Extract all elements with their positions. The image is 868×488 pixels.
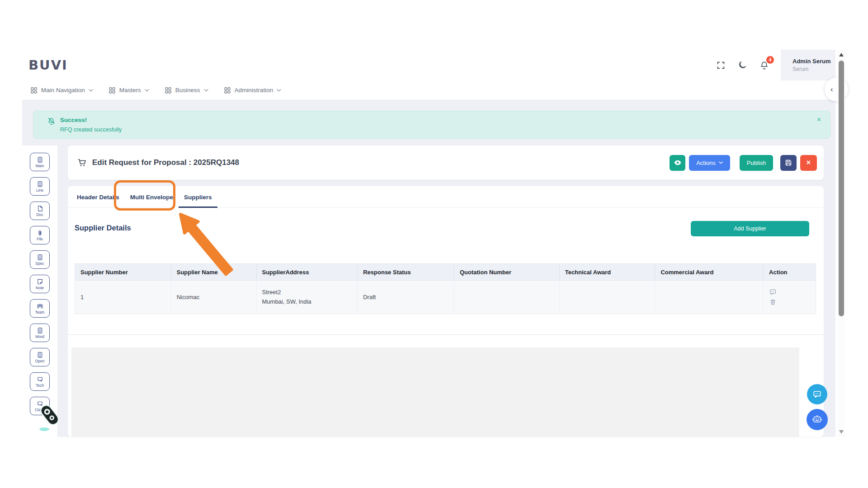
robot-icon [811,414,823,425]
sidebar-item-spec[interactable]: Spec [30,250,50,269]
app-logo: BUVI [28,57,68,73]
user-role: Serum [793,66,835,72]
close-icon: × [807,159,811,167]
document-lines-icon [37,327,43,334]
document-lines-icon [37,254,43,261]
cell-supplier-name: Nicomac [171,281,257,314]
preview-button[interactable] [670,155,685,171]
column-header-supplier-address: SupplierAddress [257,264,358,280]
tab-bar: Header Details Multi Envelope Suppliers [68,186,824,208]
sidebar-item-file[interactable]: File [30,226,50,244]
app-header: BUVI 4 Admin Serum Serum [22,50,835,80]
close-icon: × [817,116,821,123]
notifications-button[interactable]: 4 [756,57,772,73]
main-navbar: Main Navigation Masters Business Adminis… [22,80,835,100]
alert-message: RFQ created succesfully [60,127,122,133]
chevron-down-icon [145,89,149,92]
content-placeholder-panel [71,347,799,437]
scrollbar-thumb[interactable] [839,61,844,316]
add-supplier-button[interactable]: Add Supplier [691,221,809,236]
publish-button[interactable]: Publish [740,155,773,171]
close-button[interactable]: × [800,155,817,171]
nav-label: Masters [119,87,141,94]
cell-supplier-number: 1 [75,281,171,314]
cell-technical-award [560,281,656,314]
column-header-commercial-award: Commercial Award [655,264,764,280]
mini-sidebar: Main Line Doc File Spec Note Team Word O… [22,145,57,437]
page-icon [37,205,43,212]
document-lines-icon [37,352,43,358]
chat-fab-button[interactable] [807,384,827,404]
chevron-down-icon [204,89,208,92]
sidebar-item-doc[interactable]: Doc [30,202,50,220]
sidebar-item-team[interactable]: Team [30,299,50,318]
nav-label: Main Navigation [41,87,85,94]
section-divider [68,334,824,335]
table-row: 1 Nicomac Street2 Mumbai, SW, India Draf… [75,281,816,314]
column-header-response-status: Response Status [358,264,454,280]
user-menu[interactable]: Admin Serum Serum [781,50,835,80]
grid-icon [30,87,38,94]
document-lines-icon [37,181,43,188]
suppliers-table: Supplier Number Supplier Name SupplierAd… [75,263,816,314]
chat-icon [37,376,43,383]
comment-action-button[interactable] [769,288,777,296]
title-toolbar: Actions Publish × [670,155,817,171]
team-icon [37,303,43,310]
nav-item-main-navigation[interactable]: Main Navigation [30,87,93,94]
sidebar-item-word[interactable]: Word [30,324,50,342]
column-header-action: Action [764,264,816,280]
cart-icon [78,159,87,167]
section-title: Supplier Details [75,224,131,232]
grid-icon [165,87,172,94]
scrollbar-down-arrow[interactable] [839,430,844,434]
alert-close-button[interactable]: × [817,116,821,124]
note-icon [37,278,43,285]
nav-item-administration[interactable]: Administration [224,87,282,94]
nav-item-masters[interactable]: Masters [108,87,149,94]
save-button[interactable] [780,155,797,171]
user-name: Admin Serum [793,58,835,65]
fullscreen-button[interactable] [713,57,728,73]
chevron-down-icon [89,89,93,92]
actions-button[interactable]: Actions [689,155,730,171]
details-card: Header Details Multi Envelope Suppliers … [68,186,824,437]
chevron-left-icon: ‹ [830,85,833,94]
table-header-row: Supplier Number Supplier Name SupplierAd… [75,263,816,281]
paperclip-icon [37,230,43,236]
cell-action [764,281,816,314]
theme-toggle-button[interactable] [735,57,750,73]
cell-response-status: Draft [358,281,454,314]
comment-icon [769,288,777,296]
tab-header-details[interactable]: Header Details [71,186,125,208]
column-header-supplier-name: Supplier Name [171,264,257,280]
sidebar-item-line[interactable]: Line [30,177,50,196]
chat-bubble-icon [812,389,822,399]
tab-multi-envelope[interactable]: Multi Envelope [125,186,179,208]
sidebar-item-tech[interactable]: Tech [30,372,50,391]
sidebar-item-note[interactable]: Note [30,275,50,293]
cell-quotation-number [454,281,560,314]
grid-icon [108,87,116,94]
nav-item-business[interactable]: Business [165,87,208,94]
page-scrollbar[interactable] [838,50,845,437]
eye-icon [674,159,682,167]
column-header-supplier-number: Supplier Number [75,264,171,280]
page-title-card: Edit Request for Proposal : 2025RQ1348 A… [68,145,824,180]
grid-icon [224,87,231,94]
document-lines-icon [37,156,43,163]
column-header-quotation-number: Quotation Number [454,264,560,280]
save-icon [784,159,793,167]
bell-off-icon [47,117,56,126]
fullscreen-icon [717,61,725,70]
sidebar-item-open[interactable]: Open [30,348,50,366]
sidebar-item-claim[interactable]: Claim [30,397,50,415]
scrollbar-up-arrow[interactable] [839,53,844,56]
nav-label: Administration [235,87,274,94]
alert-title: Success! [60,117,122,123]
chevron-down-icon [277,89,281,92]
sidebar-item-main[interactable]: Main [30,153,50,171]
delete-action-button[interactable] [769,298,777,306]
tab-suppliers[interactable]: Suppliers [179,186,217,208]
assistant-fab-button[interactable] [807,409,828,430]
